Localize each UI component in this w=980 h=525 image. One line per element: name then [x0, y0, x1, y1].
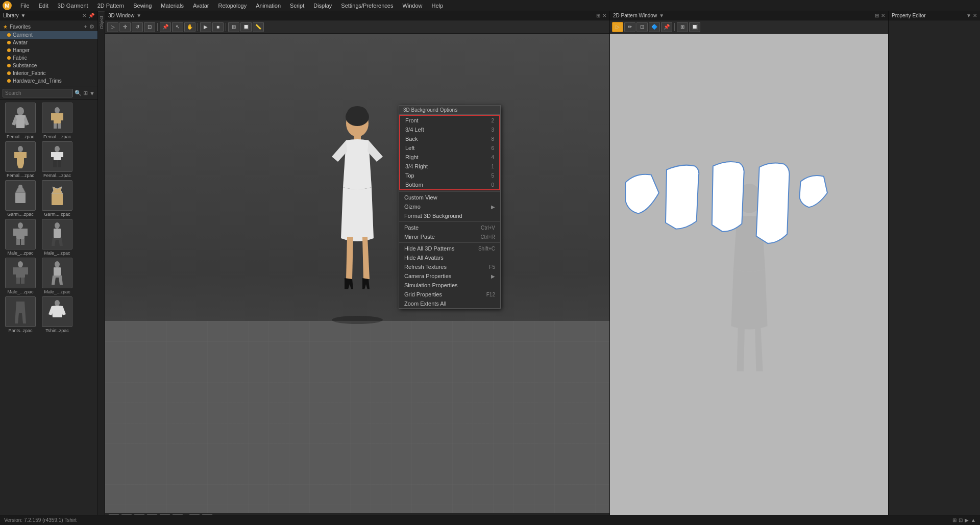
- tree-item-hardware[interactable]: Hardware_and_Trims: [0, 77, 97, 85]
- 3d-window-expand[interactable]: ⊞: [596, 13, 600, 18]
- toolbar-arrow[interactable]: ↖: [172, 22, 183, 32]
- ctx-back[interactable]: Back 8: [400, 134, 499, 143]
- 2d-select[interactable]: ▷: [612, 22, 623, 32]
- list-item[interactable]: Femal....zpac: [3, 103, 38, 139]
- menu-item-file[interactable]: File: [16, 2, 34, 10]
- ctx-zoom-extents[interactable]: Zoom Extents All: [399, 299, 500, 308]
- side-tab-object[interactable]: Object: [98, 11, 105, 33]
- list-item[interactable]: Male_...zpac: [40, 219, 75, 256]
- ctx-paste[interactable]: Paste Ctrl+V: [399, 223, 500, 232]
- favorites-settings[interactable]: ⚙: [89, 23, 94, 30]
- tree-item-substance[interactable]: Substance: [0, 62, 97, 69]
- toolbar-scale[interactable]: ⊡: [144, 22, 155, 32]
- toolbar-sim[interactable]: ▶: [200, 22, 211, 32]
- ctx-top[interactable]: Top 5: [400, 171, 499, 180]
- ctx-format-3d[interactable]: Format 3D Background: [399, 211, 500, 220]
- viewport-3d[interactable]: 3D Background Options Front 2 3/4 Left 3…: [105, 34, 609, 513]
- list-item[interactable]: Garm....zpac: [3, 180, 38, 217]
- status-icon-4[interactable]: ▲: [971, 517, 976, 523]
- menu-item-retopology[interactable]: Retopology: [214, 2, 251, 10]
- toolbar-snap[interactable]: 🔲: [240, 22, 252, 32]
- toolbar-measure[interactable]: 📏: [253, 22, 264, 32]
- tree-item-avatar[interactable]: Avatar: [0, 39, 97, 46]
- 3d-window-dropdown[interactable]: ▼: [136, 13, 141, 18]
- ctx-mirror-paste[interactable]: Mirror Paste Ctrl+R: [399, 232, 500, 241]
- toolbar-transform[interactable]: ✛: [119, 22, 131, 32]
- ctx-simulation-properties[interactable]: Simulation Properties: [399, 281, 500, 290]
- menu-item-materials[interactable]: Materials: [157, 2, 188, 10]
- favorites-add[interactable]: +: [84, 23, 87, 30]
- list-item[interactable]: Pants..zpac: [3, 296, 38, 333]
- toolbar-rotate[interactable]: ↺: [132, 22, 143, 32]
- toolbar-select[interactable]: ▷: [107, 22, 118, 32]
- tree-item-garment[interactable]: Garment: [0, 31, 97, 39]
- viewport-2d[interactable]: [610, 34, 888, 517]
- status-icon-3[interactable]: ▶: [965, 517, 969, 523]
- ctx-custom-view[interactable]: Custom View: [399, 193, 500, 202]
- tree-item-interior-fabric[interactable]: Interior_Fabric: [0, 69, 97, 77]
- list-item[interactable]: Male_...zpac: [3, 258, 38, 294]
- ctx-front[interactable]: Front 2: [400, 116, 499, 125]
- ctx-refresh-textures[interactable]: Refresh Textures F5: [399, 262, 500, 271]
- menu-item-3dgarment[interactable]: 3D Garment: [54, 2, 92, 10]
- ctx-gizmo[interactable]: Gizmo ▶: [399, 202, 500, 211]
- ctx-left[interactable]: Left 6: [400, 143, 499, 153]
- 2d-tool4[interactable]: 🔷: [649, 22, 660, 32]
- status-icon-2[interactable]: ⊡: [959, 517, 963, 523]
- pattern-piece-5[interactable]: [799, 176, 827, 207]
- library-view-icon[interactable]: ⊞: [83, 90, 88, 96]
- 2d-window-dropdown[interactable]: ▼: [659, 13, 664, 18]
- ctx-grid-properties[interactable]: Grid Properties F12: [399, 290, 500, 299]
- list-item[interactable]: Femal....zpac: [40, 103, 75, 139]
- tree-item-hanger[interactable]: Hanger: [0, 46, 97, 54]
- list-item[interactable]: Garm....zpac: [40, 180, 75, 217]
- library-filter-icon[interactable]: ▼: [89, 90, 95, 96]
- menu-item-2dpattern[interactable]: 2D Pattern: [93, 2, 129, 10]
- toolbar-grab[interactable]: ✋: [184, 22, 195, 32]
- ctx-34right[interactable]: 3/4 Right 1: [400, 162, 499, 171]
- 2d-close-icon[interactable]: ✕: [881, 13, 885, 18]
- menu-item-avatar[interactable]: Avatar: [189, 2, 213, 10]
- ctx-hide-patterns[interactable]: Hide All 3D Patterns Shift+C: [399, 244, 500, 253]
- library-pin[interactable]: 📌: [88, 13, 94, 18]
- toolbar-grid[interactable]: ⊞: [228, 22, 239, 32]
- menu-item-sewing[interactable]: Sewing: [129, 2, 156, 10]
- tree-item-fabric[interactable]: Fabric: [0, 54, 97, 62]
- library-search[interactable]: [3, 89, 73, 97]
- 2d-pencil[interactable]: ✏: [624, 22, 635, 32]
- ctx-34left[interactable]: 3/4 Left 3: [400, 125, 499, 134]
- 3d-window-close[interactable]: ✕: [602, 13, 606, 18]
- 2d-expand-icon[interactable]: ⊞: [875, 13, 879, 18]
- ctx-hide-avatars[interactable]: Hide All Avatars: [399, 253, 500, 262]
- pattern-piece-3[interactable]: [712, 162, 744, 232]
- ctx-bottom[interactable]: Bottom 0: [400, 180, 499, 189]
- pattern-piece-1[interactable]: [625, 174, 659, 214]
- menu-item-display[interactable]: Display: [309, 2, 336, 10]
- menu-item-window[interactable]: Window: [398, 2, 426, 10]
- pattern-piece-2[interactable]: [666, 165, 699, 229]
- pattern-piece-4[interactable]: [756, 163, 790, 243]
- toolbar-stop[interactable]: ■: [212, 22, 224, 32]
- 2d-snap[interactable]: 🔲: [689, 22, 700, 32]
- list-item[interactable]: Male_...zpac: [3, 219, 38, 256]
- menu-item-settings[interactable]: Settings/Preferences: [337, 2, 397, 10]
- 2d-grid[interactable]: ⊞: [677, 22, 688, 32]
- list-item[interactable]: Tshirt..zpac: [40, 296, 75, 333]
- 2d-tool5[interactable]: 📌: [661, 22, 672, 32]
- menu-item-edit[interactable]: Edit: [35, 2, 53, 10]
- menu-item-animation[interactable]: Animation: [252, 2, 285, 10]
- list-item[interactable]: Femal....zpac: [3, 141, 38, 178]
- ctx-right[interactable]: Right 4: [400, 153, 499, 162]
- menu-item-help[interactable]: Help: [428, 2, 448, 10]
- list-item[interactable]: Femal....zpac: [40, 141, 75, 178]
- status-icon-1[interactable]: ⊞: [952, 517, 957, 523]
- property-expand[interactable]: ▼: [966, 13, 971, 18]
- 2d-tool3[interactable]: ⊡: [636, 22, 648, 32]
- property-close[interactable]: ✕: [973, 13, 977, 18]
- menu-item-script[interactable]: Script: [286, 2, 308, 10]
- list-item[interactable]: Male_...zpac: [40, 258, 75, 294]
- toolbar-pin[interactable]: 📌: [160, 22, 171, 32]
- ctx-camera-properties[interactable]: Camera Properties ▶: [399, 271, 500, 281]
- library-dropdown[interactable]: ▼: [21, 13, 26, 18]
- library-close[interactable]: ✕: [82, 13, 86, 18]
